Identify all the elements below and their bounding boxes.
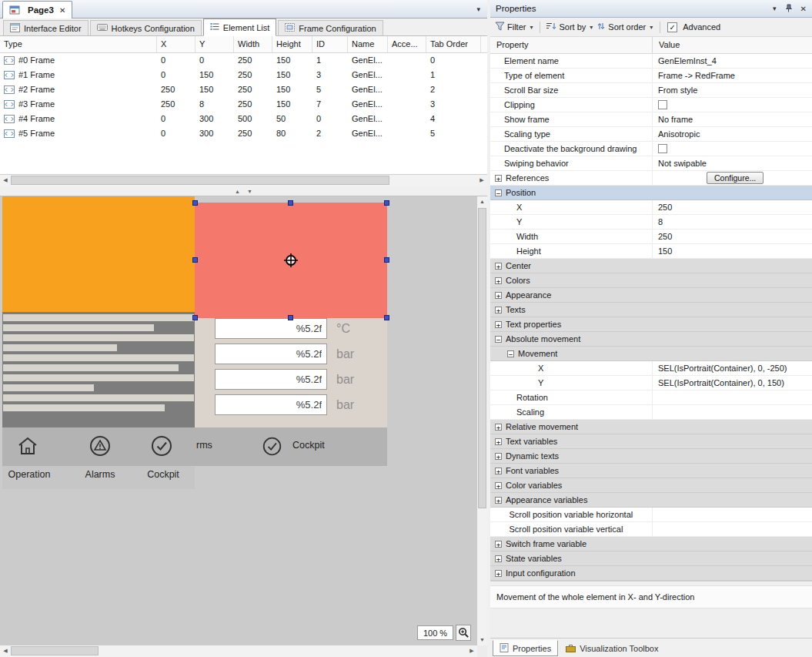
scroll-down-icon[interactable]: ▼ bbox=[477, 635, 487, 645]
property-row-height[interactable]: Height150 bbox=[490, 244, 812, 259]
property-category-switch-frame-variable[interactable]: +Switch frame variable bbox=[490, 537, 812, 551]
table-row[interactable]: #2 Frame2501502501505GenEl...2 bbox=[0, 82, 487, 97]
selection-handle-s[interactable] bbox=[288, 315, 293, 320]
column-header-property[interactable]: Property bbox=[490, 37, 653, 53]
property-category-font-variables[interactable]: +Font variables bbox=[490, 464, 812, 478]
zoom-icon[interactable] bbox=[456, 625, 471, 641]
tab-interface-editor[interactable]: Interface Editor bbox=[3, 20, 89, 35]
filter-icon[interactable] bbox=[495, 22, 505, 32]
property-category-relative-movement[interactable]: +Relative movement bbox=[490, 420, 812, 434]
property-value[interactable]: GenElemInst_4 bbox=[653, 54, 812, 68]
table-row[interactable]: #0 Frame002501501GenEl...0 bbox=[0, 53, 487, 68]
selection-handle-nw[interactable] bbox=[192, 200, 198, 206]
tab-element-list[interactable]: Element List bbox=[203, 18, 277, 36]
property-value[interactable]: Anisotropic bbox=[653, 127, 812, 141]
column-header-y[interactable]: Y bbox=[195, 36, 234, 52]
property-category-appearance-variables[interactable]: +Appearance variables bbox=[490, 493, 812, 508]
sort-by-button[interactable]: Sort by bbox=[559, 22, 586, 32]
property-row-references[interactable]: +ReferencesConfigure... bbox=[490, 171, 812, 186]
tab-properties[interactable]: Properties bbox=[493, 640, 558, 656]
sort-order-icon[interactable] bbox=[596, 22, 606, 32]
value-input[interactable] bbox=[215, 394, 327, 415]
advanced-checkbox[interactable]: ✓ bbox=[667, 22, 677, 32]
scroll-up-icon[interactable]: ▲ bbox=[477, 196, 487, 207]
property-row-deactivate-the-background-drawing[interactable]: Deactivate the background drawing bbox=[490, 142, 812, 156]
property-value[interactable]: SEL(IsPortrait(Container), 0, -250) bbox=[653, 361, 812, 375]
expand-icon[interactable]: + bbox=[495, 321, 502, 328]
property-row-x[interactable]: XSEL(IsPortrait(Container), 0, -250) bbox=[490, 361, 812, 376]
expand-icon[interactable]: + bbox=[495, 424, 502, 431]
property-row-scroll-position-variable-vertical[interactable]: Scroll position variable vertical bbox=[490, 522, 812, 537]
value-input[interactable] bbox=[215, 344, 327, 364]
tab-hotkeys-configuration[interactable]: Hotkeys Configuration bbox=[90, 20, 202, 35]
expand-icon[interactable]: + bbox=[495, 438, 502, 445]
property-category-texts[interactable]: +Texts bbox=[490, 303, 812, 317]
property-category-input-configuration[interactable]: +Input configuration bbox=[490, 566, 812, 581]
expand-icon[interactable]: + bbox=[495, 541, 502, 548]
property-value[interactable] bbox=[653, 522, 812, 536]
scrollbar-thumb[interactable] bbox=[11, 646, 99, 655]
expand-icon[interactable]: + bbox=[495, 482, 502, 489]
property-value[interactable]: From style bbox=[653, 83, 812, 97]
property-row-scroll-bar-size[interactable]: Scroll Bar sizeFrom style bbox=[490, 83, 812, 98]
sort-by-icon[interactable] bbox=[546, 22, 556, 32]
property-value[interactable]: 150 bbox=[653, 244, 812, 258]
collapse-icon[interactable]: − bbox=[495, 336, 502, 343]
property-value[interactable] bbox=[653, 508, 812, 521]
inputs-frame[interactable]: °C bar bar bar bbox=[195, 312, 387, 427]
property-category-text-variables[interactable]: +Text variables bbox=[490, 434, 812, 449]
tab-frame-configuration[interactable]: Frame Configuration bbox=[278, 20, 383, 35]
scroll-left-icon[interactable]: ◀ bbox=[0, 175, 11, 186]
property-category-movement[interactable]: −Movement bbox=[490, 347, 812, 361]
expand-icon[interactable]: + bbox=[495, 263, 502, 270]
value-input[interactable] bbox=[215, 318, 327, 339]
column-header-value[interactable]: Value bbox=[653, 37, 812, 53]
filter-dropdown-icon[interactable]: ▾ bbox=[530, 24, 533, 31]
tab-visualization-toolbox[interactable]: Visualization Toolbox bbox=[560, 640, 664, 656]
pane-splitter[interactable]: ▲ ▼ bbox=[0, 186, 487, 196]
splitter-up-icon[interactable]: ▲ bbox=[235, 189, 240, 194]
property-value[interactable]: Configure... bbox=[653, 171, 812, 185]
expand-icon[interactable]: + bbox=[495, 497, 502, 504]
scroll-left-icon[interactable]: ◀ bbox=[0, 645, 11, 656]
property-category-dynamic-texts[interactable]: +Dynamic texts bbox=[490, 449, 812, 464]
property-row-x[interactable]: X250 bbox=[490, 200, 812, 215]
tab-close-icon[interactable]: ✕ bbox=[59, 6, 65, 15]
sort-order-button[interactable]: Sort order bbox=[608, 22, 646, 32]
canvas-h-scrollbar[interactable]: ◀ ▶ bbox=[0, 645, 477, 657]
property-value[interactable]: 250 bbox=[653, 200, 812, 214]
expand-icon[interactable]: + bbox=[495, 453, 502, 460]
table-row[interactable]: #1 Frame01502501503GenEl...1 bbox=[0, 68, 487, 82]
property-row-width[interactable]: Width250 bbox=[490, 230, 812, 244]
toolbar-frame-narrow[interactable]: Operation Alarms Cockpit bbox=[2, 427, 195, 489]
property-value[interactable]: Not swipable bbox=[653, 156, 812, 170]
property-category-colors[interactable]: +Colors bbox=[490, 273, 812, 288]
property-value[interactable]: 250 bbox=[653, 230, 812, 243]
column-header-tab-order[interactable]: Tab Order bbox=[426, 36, 481, 52]
value-input[interactable] bbox=[215, 369, 327, 390]
property-row-swiping-behavior[interactable]: Swiping behaviorNot swipable bbox=[490, 156, 812, 171]
property-value[interactable] bbox=[653, 142, 812, 156]
scroll-right-icon[interactable]: ▶ bbox=[466, 645, 477, 656]
property-category-color-variables[interactable]: +Color variables bbox=[490, 478, 812, 493]
column-header-height[interactable]: Height bbox=[272, 36, 312, 52]
sort-by-dropdown-icon[interactable]: ▾ bbox=[590, 24, 593, 31]
property-value[interactable] bbox=[653, 405, 812, 419]
expand-icon[interactable]: + bbox=[495, 468, 502, 474]
column-header-width[interactable]: Width bbox=[234, 36, 272, 52]
zoom-level-select[interactable]: 100 % bbox=[417, 625, 453, 640]
selection-handle-ne[interactable] bbox=[384, 200, 389, 206]
splitter-down-icon[interactable]: ▼ bbox=[247, 189, 252, 194]
collapse-icon[interactable]: − bbox=[507, 350, 514, 357]
expand-icon[interactable]: + bbox=[495, 175, 502, 182]
property-row-type-of-element[interactable]: Type of elementFrame -> RedFrame bbox=[490, 69, 812, 83]
property-row-scaling[interactable]: Scaling bbox=[490, 405, 812, 420]
property-value[interactable]: No frame bbox=[653, 112, 812, 126]
document-tab-page3[interactable]: Page3 ✕ bbox=[2, 1, 72, 18]
panel-menu-dropdown-icon[interactable]: ▾ bbox=[773, 5, 777, 12]
selection-handle-n[interactable] bbox=[288, 200, 293, 206]
configure-button[interactable]: Configure... bbox=[707, 172, 764, 184]
canvas-v-scrollbar[interactable]: ▲ ▼ bbox=[477, 196, 487, 645]
column-header-x[interactable]: X bbox=[157, 36, 195, 52]
property-value[interactable]: Frame -> RedFrame bbox=[653, 69, 812, 82]
